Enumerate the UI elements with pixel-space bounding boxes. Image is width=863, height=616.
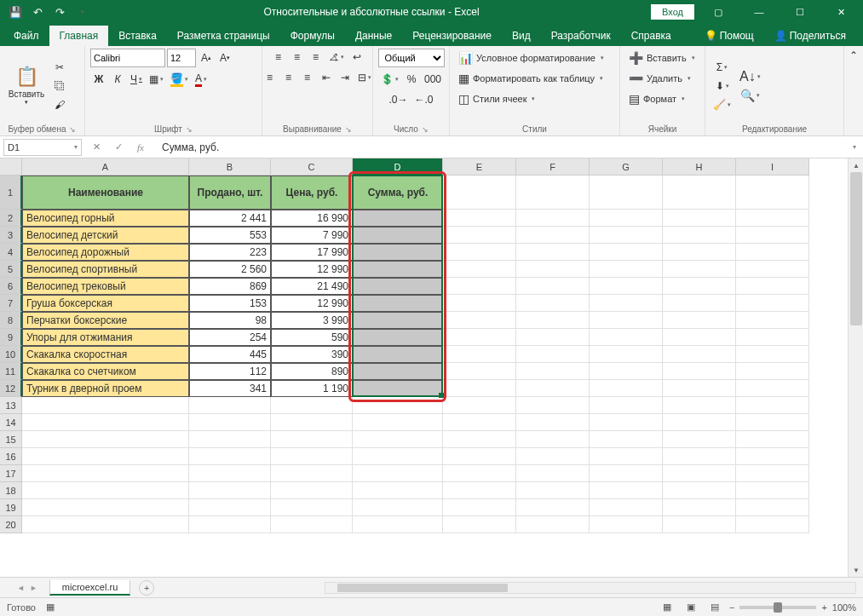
cell-I13[interactable] [736,397,809,414]
cell-I11[interactable] [736,363,809,380]
redo-icon[interactable]: ↷ [49,2,70,22]
cell-B11[interactable]: 112 [189,363,271,380]
cell-H4[interactable] [663,244,736,261]
cell-F8[interactable] [516,312,590,329]
cell-E2[interactable] [443,210,516,227]
normal-view-icon[interactable]: ▦ [658,600,676,615]
align-top-icon[interactable]: ≡ [270,49,287,66]
align-right-icon[interactable]: ≡ [299,69,316,86]
cell-A9[interactable]: Упоры для отжимания [22,329,189,346]
currency-icon[interactable]: 💲 [378,71,401,88]
cell-G16[interactable] [590,448,663,465]
cell-C1[interactable]: Цена, руб. [271,176,353,210]
row-header-11[interactable]: 11 [0,363,22,380]
cell-D18[interactable] [353,482,443,499]
cell-E6[interactable] [443,278,516,295]
cell-E1[interactable] [443,176,516,210]
save-icon[interactable]: 💾 [5,2,26,22]
conditional-format-button[interactable]: 📊Условное форматирование [455,49,614,67]
login-button[interactable]: Вход [651,4,694,20]
cell-F15[interactable] [516,431,590,448]
cell-B10[interactable]: 445 [189,346,271,363]
cell-D12[interactable] [353,380,443,397]
cell-A19[interactable] [22,499,189,516]
cell-H5[interactable] [663,261,736,278]
cell-H9[interactable] [663,329,736,346]
sheet-tab[interactable]: microexcel.ru [49,580,130,596]
cell-D6[interactable] [353,278,443,295]
row-header-10[interactable]: 10 [0,346,22,363]
cell-B9[interactable]: 254 [189,329,271,346]
cell-A1[interactable]: Наименование [22,176,189,210]
col-header-I[interactable]: I [736,158,809,176]
cell-C2[interactable]: 16 990 [271,210,353,227]
col-header-E[interactable]: E [443,158,516,176]
cell-H17[interactable] [663,465,736,482]
cell-D1[interactable]: Сумма, руб. [353,176,443,210]
cell-B4[interactable]: 223 [189,244,271,261]
page-break-icon[interactable]: ▤ [705,600,724,615]
cell-A2[interactable]: Велосипед горный [22,210,189,227]
align-center-icon[interactable]: ≡ [280,69,297,86]
cell-H18[interactable] [663,482,736,499]
row-header-20[interactable]: 20 [0,516,22,533]
page-layout-icon[interactable]: ▣ [682,600,700,615]
cell-C8[interactable]: 3 990 [271,312,353,329]
cell-I7[interactable] [736,295,809,312]
cell-A3[interactable]: Велосипед детский [22,227,189,244]
scroll-down-icon[interactable]: ▼ [849,563,863,577]
cell-H10[interactable] [663,346,736,363]
cell-I19[interactable] [736,499,809,516]
align-left-icon[interactable]: ≡ [262,69,279,86]
cell-B6[interactable]: 869 [189,278,271,295]
hscroll-thumb[interactable] [337,584,508,592]
cell-B1[interactable]: Продано, шт. [189,176,271,210]
cell-I8[interactable] [736,312,809,329]
cell-A20[interactable] [22,516,189,533]
row-header-9[interactable]: 9 [0,329,22,346]
align-bottom-icon[interactable]: ≡ [308,49,325,66]
comma-icon[interactable]: 000 [422,71,444,88]
cell-G13[interactable] [590,397,663,414]
fx-icon[interactable]: fx [131,139,150,156]
cell-F16[interactable] [516,448,590,465]
cell-G20[interactable] [590,516,663,533]
cell-F19[interactable] [516,499,590,516]
row-header-5[interactable]: 5 [0,261,22,278]
cut-icon[interactable]: ✂ [51,59,68,76]
cell-C20[interactable] [271,516,353,533]
cell-E18[interactable] [443,482,516,499]
cell-C10[interactable]: 390 [271,346,353,363]
cell-A13[interactable] [22,397,189,414]
cell-A6[interactable]: Велосипед трековый [22,278,189,295]
cell-A14[interactable] [22,414,189,431]
tab-данные[interactable]: Данные [345,26,402,46]
cell-I3[interactable] [736,227,809,244]
zoom-slider[interactable] [739,606,816,609]
tell-me[interactable]: 💡Помощ [694,26,764,46]
cell-I18[interactable] [736,482,809,499]
cell-D13[interactable] [353,397,443,414]
cell-G7[interactable] [590,295,663,312]
fill-icon[interactable]: ⬇ [711,78,734,95]
row-header-6[interactable]: 6 [0,278,22,295]
cell-D15[interactable] [353,431,443,448]
vertical-scrollbar[interactable]: ▲ ▼ [848,158,863,577]
cell-G19[interactable] [590,499,663,516]
cell-C15[interactable] [271,431,353,448]
cell-D11[interactable] [353,363,443,380]
cell-A11[interactable]: Скакалка со счетчиком [22,363,189,380]
tab-вставка[interactable]: Вставка [108,26,167,46]
cell-I10[interactable] [736,346,809,363]
decrease-indent-icon[interactable]: ⇤ [318,69,335,86]
maximize-icon[interactable]: ☐ [783,2,817,22]
row-header-12[interactable]: 12 [0,380,22,397]
orientation-icon[interactable]: ⦨ [326,49,347,66]
cell-E19[interactable] [443,499,516,516]
cell-A12[interactable]: Турник в дверной проем [22,380,189,397]
close-icon[interactable]: ✕ [824,2,858,22]
merge-icon[interactable]: ⊟ [355,69,374,86]
cell-I17[interactable] [736,465,809,482]
autosum-icon[interactable]: Σ [711,59,734,76]
cell-C16[interactable] [271,448,353,465]
